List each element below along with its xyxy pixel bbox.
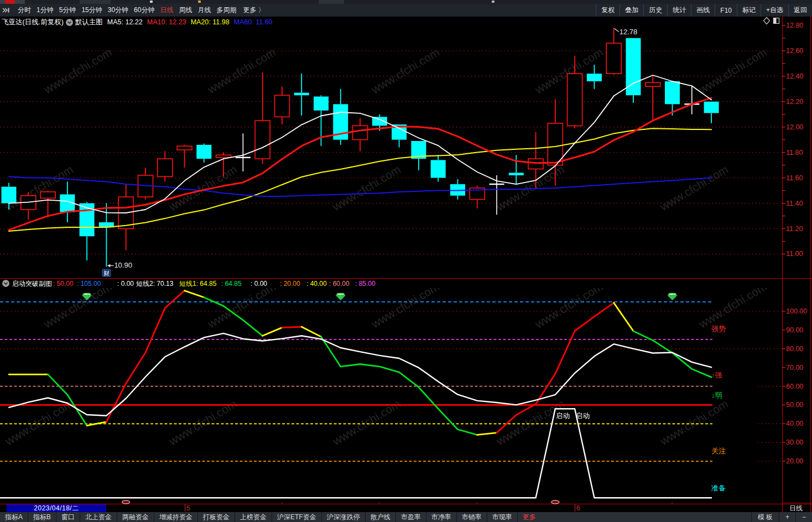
bottom-tab-散户线[interactable]: 散户线 [366,512,396,522]
candle [411,141,426,170]
zone-label: 关注 [711,447,726,455]
watermark: www.cfchi.com [205,45,278,96]
indicator-value-label: 短线2: 70.13 [136,279,173,288]
period-tab-多周期[interactable]: 多周期 [214,4,238,17]
period-tabs: 分时1分钟5分钟15分钟30分钟60分钟日线周线月线多周期 [15,4,239,17]
period-tab-15分钟[interactable]: 15分钟 [79,4,104,17]
indicator-name[interactable]: 启动突破副图 [12,279,52,288]
low-annotation-arrowhead [107,264,110,267]
low-annotation-label: 10.90 [114,261,132,269]
period-tab-5分钟[interactable]: 5分钟 [57,4,79,17]
bottom-tab-北上资金[interactable]: 北上资金 [80,512,117,522]
axis-period-label: 日线 [789,504,803,512]
period-tab-60分钟[interactable]: 60分钟 [132,4,157,17]
sub-axis-label: 50.00 [786,401,803,409]
price-axis-label: 12.40 [786,72,803,80]
top-strip-segment [319,0,344,4]
candle [646,76,660,119]
indicator-value-label: : 105.00 [77,279,101,288]
candle [333,89,348,145]
ma-value-label: MA10: 12.23 [147,18,186,26]
period-tab-30分钟[interactable]: 30分钟 [106,4,131,17]
toolbar-button-叠加[interactable]: 叠加 [620,4,643,17]
period-tab-月线[interactable]: 月线 [195,4,213,17]
news-tag-label: 财 [103,270,110,276]
indicator-value-label: 短线1: 64.85 [179,279,216,288]
bottom-tab-市净率[interactable]: 市净率 [426,512,457,522]
candle [353,118,368,152]
bottom-toolbar-more[interactable]: 更多 [518,512,541,522]
candle [450,179,465,200]
candle-body [353,126,368,139]
bottom-tab-两融资金[interactable]: 两融资金 [117,512,154,522]
price-axis-label: 12.60 [786,47,803,55]
candle-body [274,95,289,117]
toolbar-button-统计[interactable]: 统计 [667,4,691,17]
bottom-tab-指标B[interactable]: 指标B [28,512,56,522]
bottom-right-button-模 板[interactable]: 模 板 [751,512,779,522]
bottom-tab-打板资金[interactable]: 打板资金 [198,512,235,522]
toolbar-button-+自选[interactable]: +自选 [761,4,788,17]
period-tab-日线[interactable]: 日线 [158,4,175,17]
sub-axis-label: 100.00 [786,307,807,315]
main-layout-label[interactable]: 默认主图 [75,18,103,27]
candle-body [528,159,543,169]
window-tab-favicon-dot [150,1,153,3]
candle [196,144,211,163]
gem-icon-bottom [668,296,677,301]
candle [431,155,446,181]
indicator-value-label: : 60.00 [329,279,350,288]
collapse-icon[interactable] [2,6,11,14]
toolbar-button-历史[interactable]: 历史 [643,4,667,17]
indicator-line1 [263,327,282,336]
period-tab-more[interactable]: 更多 〉 [240,6,267,15]
bottom-tab-上榜资金[interactable]: 上榜资金 [235,512,272,522]
window-top-strip [0,0,812,4]
candle-body [606,43,621,74]
chevron-down-icon[interactable] [2,280,9,287]
bottom-tab-指标A[interactable]: 指标A [0,512,28,522]
bottom-tab-沪深涨跌停[interactable]: 沪深涨跌停 [322,512,366,522]
price-axis-label: 11.80 [786,149,803,156]
candle [587,65,602,89]
bottom-right-button-+[interactable]: + [779,512,795,522]
toolbar-button-画线[interactable]: 画线 [691,4,715,17]
diamond-icon[interactable] [764,18,770,24]
zone-label: ↑强 [711,371,722,379]
watermark: www.cfchi.com [368,45,441,96]
price-axis-label: 12.20 [786,98,803,106]
candle-body [294,93,309,96]
toolbar-button-标记[interactable]: 标记 [737,4,761,17]
indicator-header: 启动突破副图 : 50.00: 105.00: 0.00短线2: 70.13短线… [0,279,781,288]
bottom-tab-沪深ETF资金[interactable]: 沪深ETF资金 [272,512,322,522]
bottom-tab-增减持资金[interactable]: 增减持资金 [154,512,198,522]
toolbar-button-F10[interactable]: F10 [715,4,737,17]
bottom-toolbar: 指标A指标B窗口北上资金两融资金增减持资金打板资金上榜资金沪深ETF资金沪深涨跌… [0,512,812,522]
price-axis-label: 11.60 [786,174,803,182]
bottom-tab-窗口[interactable]: 窗口 [56,512,80,522]
indicator-line1 [633,331,711,377]
symbol-label: 飞亚达(日线.前复权) [2,18,64,27]
gem-icon-bottom [336,296,345,301]
candle [314,95,329,146]
indicator-line1 [282,327,301,327]
period-tab-1分钟[interactable]: 1分钟 [34,4,56,17]
bottom-tab-市销率[interactable]: 市销率 [457,512,487,522]
candle [684,86,699,114]
toolbar-button-返回[interactable]: 返回 [788,4,812,17]
candle-body [568,74,582,126]
bottom-tab-市盈率[interactable]: 市盈率 [396,512,426,522]
toolbar-button-复权[interactable]: 复权 [596,4,620,17]
signal-label: 启动 [556,412,570,420]
bottom-right-button-−[interactable]: − [795,512,812,522]
candle [470,185,485,208]
indicator-line2 [9,333,711,416]
period-tab-分时[interactable]: 分时 [15,4,33,17]
chevron-down-icon[interactable] [66,19,73,26]
chart-title-row: 飞亚达(日线.前复权) 默认主图 MA5: 12.22MA10: 12.23MA… [0,17,761,28]
period-tab-周线[interactable]: 周线 [176,4,194,17]
bottom-tab-市现率[interactable]: 市现率 [487,512,518,522]
indicator-value-label: : 64.85 [221,279,242,288]
zone-label: ↓弱 [711,391,722,399]
event-marker-oval [551,500,559,504]
